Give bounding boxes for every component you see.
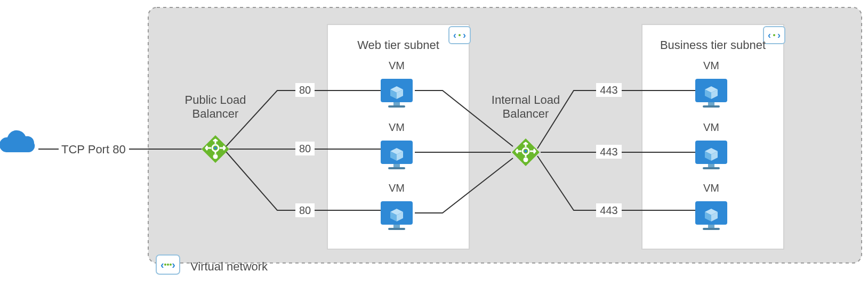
svg-text:80: 80 bbox=[299, 204, 311, 216]
svg-text:VM: VM bbox=[703, 60, 719, 71]
svg-text:443: 443 bbox=[600, 84, 617, 96]
internal-lb-label-1: Internal Load bbox=[492, 93, 560, 106]
svg-text:80: 80 bbox=[299, 143, 311, 154]
svg-text:VM: VM bbox=[703, 182, 719, 194]
svg-text:VM: VM bbox=[389, 182, 405, 194]
public-lb-label-2: Balancer bbox=[192, 107, 239, 120]
svg-text:443: 443 bbox=[600, 204, 617, 216]
svg-text:VM: VM bbox=[703, 121, 719, 133]
subnet-badge-icon bbox=[449, 27, 470, 44]
internal-lb-label-2: Balancer bbox=[503, 107, 549, 120]
svg-text:80: 80 bbox=[299, 84, 311, 96]
svg-text:VM: VM bbox=[389, 121, 405, 133]
vnet-label: Virtual network bbox=[190, 260, 268, 273]
vnet-badge-icon bbox=[156, 255, 180, 274]
svg-text:TCP Port 80: TCP Port 80 bbox=[61, 143, 126, 156]
business-subnet-title: Business tier subnet bbox=[660, 38, 766, 52]
svg-text:VM: VM bbox=[389, 60, 405, 71]
cloud-icon bbox=[0, 130, 35, 152]
svg-text:443: 443 bbox=[600, 146, 617, 158]
web-subnet-title: Web tier subnet bbox=[357, 38, 439, 52]
public-lb-label-1: Public Load bbox=[185, 93, 246, 106]
subnet-badge-icon bbox=[763, 27, 785, 44]
